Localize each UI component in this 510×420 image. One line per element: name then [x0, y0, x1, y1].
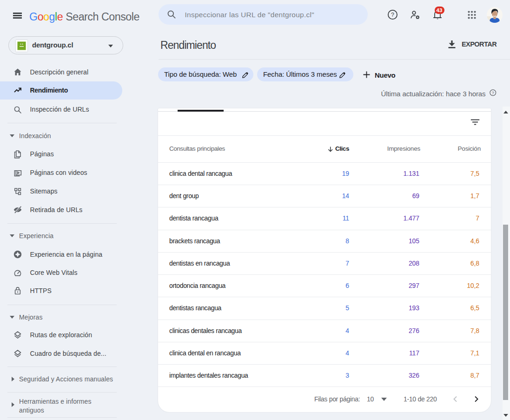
svg-text:?: ?: [492, 90, 494, 95]
svg-text:?: ?: [391, 12, 394, 18]
